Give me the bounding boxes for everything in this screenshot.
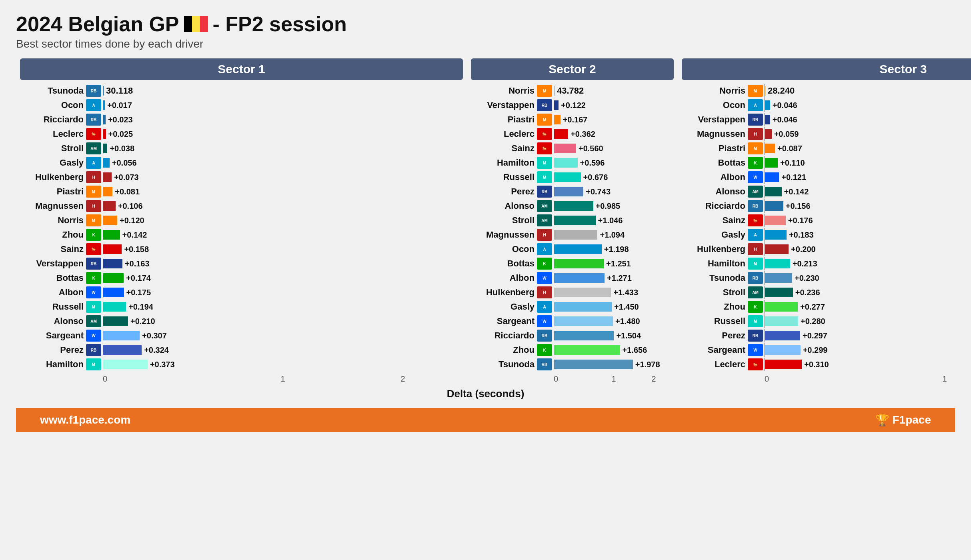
bar [554,302,612,312]
bar [103,129,106,139]
delta-label: +0.743 [586,187,611,196]
bar [765,115,770,124]
table-row: RussellM+0.194 [20,300,463,314]
delta-label: +0.560 [579,144,603,153]
driver-name: Zhou [471,345,537,355]
bar [103,288,124,297]
x-tick: 1 [885,374,971,384]
bar-area: +0.017 [103,98,463,112]
footer-brand: F1pace [893,414,931,426]
bar [554,345,620,355]
axis-line [765,300,765,314]
axis-line [554,358,554,371]
driver-name: Gasly [682,230,748,240]
bar-area: +1.271 [554,271,674,285]
driver-name: Piastri [20,186,86,197]
team-logo: M [748,142,763,154]
bar-area: +0.299 [765,343,971,357]
bar-area: +0.985 [554,199,674,213]
axis-line [103,214,103,227]
driver-name: Norris [471,86,537,96]
delta-label: +1.656 [623,346,647,355]
delta-label: +0.194 [128,302,153,312]
driver-name: Tsunoda [20,86,86,96]
bar-area: +0.046 [765,113,971,126]
table-row: BottasK+0.174 [20,271,463,285]
axis-line [554,199,554,213]
bar-area: +0.025 [103,127,463,141]
driver-name: Sainz [471,143,537,154]
delta-label: +1.046 [598,216,623,225]
bar-area: +0.297 [765,329,971,342]
table-row: GaslyA+0.183 [682,228,971,242]
table-row: RicciardoRB+0.023 [20,113,463,126]
bar-area: +0.156 [765,199,971,213]
table-row: OconA+0.046 [682,98,971,112]
main-container: 2024 Belgian GP - FP2 session Best secto… [0,0,971,560]
table-row: AlbonW+1.271 [471,271,674,285]
axis-line [554,185,554,198]
team-logo: M [537,85,552,97]
team-logo: W [537,272,552,284]
table-row: RicciardoRB+1.504 [471,329,674,342]
x-tick: 0 [554,374,594,384]
team-logo: K [86,272,101,284]
bar-area: +0.176 [765,214,971,227]
team-logo: K [86,229,101,241]
driver-name: Leclerc [471,129,537,139]
table-row: TsunodaRB+1.978 [471,358,674,371]
table-row: RicciardoRB+0.156 [682,199,971,213]
driver-name: Bottas [471,258,537,269]
bar-area: +0.073 [103,170,463,184]
axis-line [554,84,554,98]
team-logo: M [86,301,101,313]
table-row: HulkenbergH+1.433 [471,286,674,299]
driver-name: Hamilton [682,258,748,269]
session-text: - FP2 session [213,12,347,36]
bar-area: +1.433 [554,286,674,299]
delta-label: +1.978 [635,360,660,369]
team-logo: RB [86,114,101,126]
table-row: TsunodaRB30.118 [20,84,463,98]
driver-name: Alonso [682,186,748,197]
driver-name: Stroll [682,287,748,298]
bar [765,273,792,283]
bar-area: +0.213 [765,257,971,270]
team-logo: A [748,229,763,241]
driver-name: Hulkenberg [471,287,537,298]
driver-name: Norris [682,86,748,96]
table-row: VerstappenRB+0.046 [682,113,971,126]
team-logo: RB [748,330,763,342]
delta-label: 43.782 [557,86,584,96]
main-title: 2024 Belgian GP - FP2 session [16,12,955,36]
charts-row: Sector 1TsunodaRB30.118OconA+0.017Riccia… [16,58,955,384]
axis-line [554,286,554,299]
table-row: HamiltonM+0.373 [20,358,463,371]
driver-name: Sargeant [471,316,537,326]
bar [103,316,128,326]
team-logo: W [86,286,101,298]
axis-line [765,214,765,227]
driver-name: Alonso [20,316,86,326]
axis-line [554,98,554,112]
bar-area: +0.560 [554,142,674,155]
bar [765,360,802,369]
axis-line [765,242,765,256]
team-logo: AM [86,142,101,154]
table-row: AlonsoAM+0.985 [471,199,674,213]
bar-area: 30.118 [103,84,463,98]
bar [554,259,604,268]
driver-name: Ricciardo [471,330,537,341]
table-row: Sainz🐎+0.158 [20,242,463,256]
team-logo: AM [537,214,552,226]
team-logo: 🐎 [537,128,552,140]
table-row: GaslyA+1.450 [471,300,674,314]
delta-label: +0.985 [596,202,621,211]
sector-header-1: Sector 1 [20,58,463,80]
team-logo: RB [86,258,101,270]
team-logo: A [86,157,101,169]
driver-name: Leclerc [682,359,748,370]
driver-name: Piastri [471,114,537,125]
team-logo: W [748,344,763,356]
axis-line [103,199,103,213]
